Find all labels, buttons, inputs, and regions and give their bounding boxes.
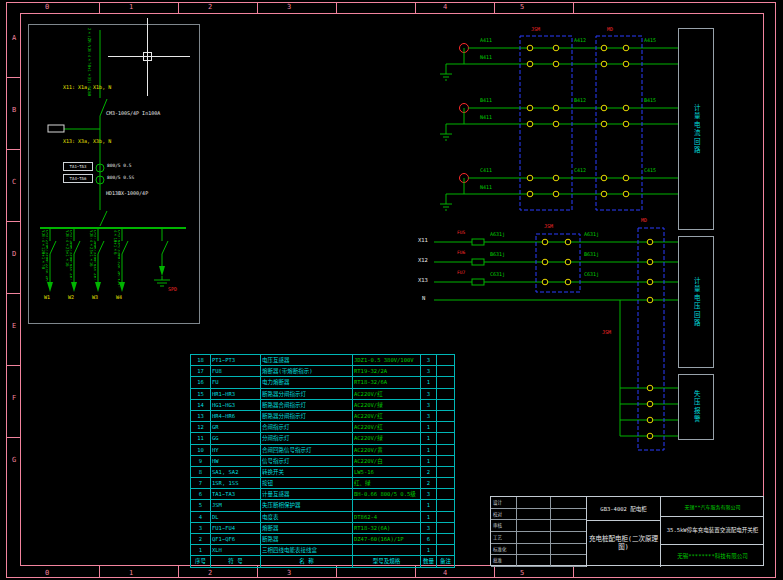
bom-note [437, 377, 455, 388]
bom-row: 12 GR 合闸指示灯 AC220V/红 1 [191, 422, 455, 433]
drawing-title: 充电桩配电柜(二次原理图) [587, 521, 660, 567]
bom-no: 18 [191, 355, 211, 366]
bom-sym: FU1~FU4 [211, 523, 261, 534]
bom-model: LW5-16 [353, 467, 421, 478]
sign-label: 标准化 [491, 544, 517, 555]
bom-model: BH-0.66 800/5 0.5级 [353, 489, 421, 500]
bom-no: 6 [191, 489, 211, 500]
bom-sym: FU8 [211, 366, 261, 377]
bom-name: 分闸指示灯 [261, 433, 353, 444]
sign-date-cell [551, 532, 586, 543]
bom-header-note: 备注 [437, 556, 455, 567]
bom-name: 合闸指示灯 [261, 422, 353, 433]
ct-group2-spec: 800/5 0.5S [107, 176, 134, 181]
bom-model [353, 500, 421, 511]
terminal-note-mid: X13: X3a, X3b, N [63, 139, 111, 144]
bom-qty: 1 [421, 456, 437, 467]
bom-model: RT18-32/6A [353, 377, 421, 388]
feeder2-spec: CM3-100M/3300-63A ZR-YJV-4×25+1×16 [65, 230, 72, 288]
sign-row: 工艺 [491, 532, 586, 544]
feeder1-label: W1 [44, 295, 50, 300]
wire-label: N411 [480, 185, 492, 190]
sign-label: 校对 [491, 509, 517, 520]
wire-label: B411 [480, 98, 492, 103]
bom-model: AC220V/绿 [353, 433, 421, 444]
bom-row: 18 PT1~PT3 电压互感器 JDZ1-0.5 380V/100V 3 [191, 355, 455, 366]
bom-qty: 3 [421, 366, 437, 377]
sign-name-cell [517, 532, 551, 543]
sign-label: 审核 [491, 520, 517, 531]
jsm-strip-label: JSM [531, 27, 540, 32]
bom-note [437, 445, 455, 456]
metering-voltage-circuit-label: 计量电压回路 [693, 277, 700, 328]
customer-name: 无锡**汽车服务有限公司 [661, 497, 764, 517]
bom-header-qty: 数量 [421, 556, 437, 567]
company-name: 无锡********科技有限公司 [661, 545, 764, 567]
wire-label: B415 [644, 98, 656, 103]
metering-voltage-circuit-box: 计量电压回路 [678, 236, 714, 368]
bom-qty: 3 [421, 389, 437, 400]
bom-qty: 1 [421, 377, 437, 388]
bom-row: 6 TA1~TA3 计量互感器 BH-0.66 800/5 0.5级 3 [191, 489, 455, 500]
sign-date-cell [551, 555, 586, 566]
bom-no: 11 [191, 433, 211, 444]
main-breaker-label: CM3-100S/4P In100A [106, 111, 160, 116]
bom-no: 7 [191, 478, 211, 489]
bom-no: 1 [191, 545, 211, 556]
title-block-sign-grid: 设计 校对 审核 工艺 [491, 497, 587, 567]
bom-name: 按钮 [261, 478, 353, 489]
bom-row: 7 1SR, 1SS 按钮 红、绿 2 [191, 478, 455, 489]
bom-name: 电力熔断器 [261, 377, 353, 388]
bom-note [437, 366, 455, 377]
bom-no: 12 [191, 422, 211, 433]
md-strip-label: MD [607, 27, 613, 32]
bom-sym: HY [211, 445, 261, 456]
sign-name-cell [517, 544, 551, 555]
wire-label: N411 [480, 115, 492, 120]
sign-label: 设计 [491, 497, 517, 508]
title-block: 设计 校对 审核 工艺 [490, 496, 764, 566]
bom-no: 14 [191, 400, 211, 411]
bom-qty: 3 [421, 523, 437, 534]
wire-label: B631j [584, 252, 599, 257]
bom-row: 15 HR1~HR3 断路器分闸指示灯 AC220V/红 3 [191, 389, 455, 400]
bom-model: AC220V/黄 [353, 445, 421, 456]
ct-group2-label: TA4~TA6 [70, 176, 87, 181]
sign-row: 标准化 [491, 544, 586, 556]
wire-label: C631j [584, 272, 599, 277]
bom-qty: 3 [421, 411, 437, 422]
bom-name: 熔断器(带熔断指示) [261, 366, 353, 377]
bom-qty: 2 [421, 467, 437, 478]
bom-name: 断路器分闸指示灯 [261, 411, 353, 422]
wire-label: C631j [490, 272, 505, 277]
bom-model: DT862-4 [353, 512, 421, 523]
spd-label: SPD [168, 287, 177, 292]
bom-no: 13 [191, 411, 211, 422]
bom-row: 16 FU 电力熔断器 RT18-32/6A 1 [191, 377, 455, 388]
bom-qty: 1 [421, 512, 437, 523]
feeder2-label: W2 [68, 295, 74, 300]
sign-row: 校对 [491, 509, 586, 521]
sign-name-cell [517, 509, 551, 520]
cad-sheet[interactable]: 012345 012345 ABCDEFG [0, 0, 783, 580]
crosshair-pickbox [143, 52, 152, 61]
incoming-cable-spec: 2×(ZR-YJV-4×70+1×35)-SC80 [87, 28, 94, 102]
ct-group2-box: TA4~TA6 [63, 174, 93, 183]
bom-qty: 1 [421, 433, 437, 444]
bom-header-model: 型号及规格 [353, 556, 421, 567]
bom-note [437, 433, 455, 444]
sign-date-cell [551, 520, 586, 531]
bom-note [437, 355, 455, 366]
wire-label: C412 [574, 168, 586, 173]
feeder3-label: W3 [92, 295, 98, 300]
bom-header-name: 名 称 [261, 556, 353, 567]
bom-no: 4 [191, 512, 211, 523]
metering-current-circuit-box: 计量电流回路 [678, 28, 714, 230]
bom-name: 电压互感器 [261, 355, 353, 366]
bom-sym: SA1, SA2 [211, 467, 261, 478]
sign-name-cell [517, 555, 551, 566]
bom-note [437, 389, 455, 400]
wire-label: A415 [644, 38, 656, 43]
voltage-relay-label: JSM [602, 330, 611, 335]
sign-name-cell [517, 497, 551, 508]
